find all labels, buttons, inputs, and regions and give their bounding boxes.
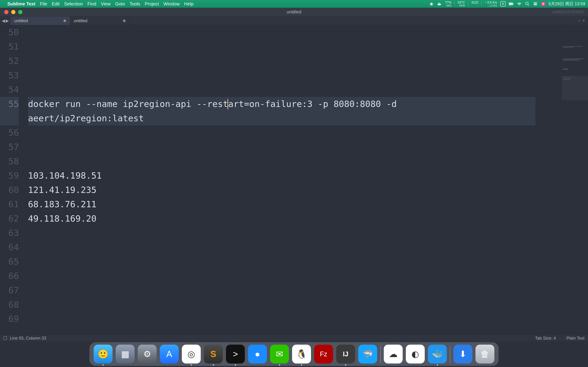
dock-app-wechat[interactable]: ✉ [270, 345, 289, 364]
app-menu[interactable]: Sublime Text [7, 1, 35, 7]
svg-rect-7 [534, 4, 537, 5]
dock-app-wireshark[interactable]: 🦈 [358, 345, 377, 364]
menu-find[interactable]: Find [87, 1, 96, 7]
line-number: 60 [0, 183, 19, 197]
svg-rect-1 [513, 3, 513, 5]
tab-2[interactable]: untitled [70, 17, 130, 25]
cpu-stat[interactable]: 77%SEN [445, 1, 451, 7]
cursor-position[interactable]: Line 55, Column 33 [10, 336, 46, 341]
battery-icon[interactable]: ⚡ [509, 1, 514, 6]
code-line[interactable] [28, 269, 536, 283]
code-line[interactable] [28, 283, 536, 297]
dock-app-system-preferences[interactable]: ⚙ [138, 345, 157, 364]
line-number: 54 [0, 83, 19, 97]
text-caret [227, 99, 228, 109]
wifi-icon[interactable] [517, 1, 522, 6]
svg-point-4 [526, 2, 528, 5]
panel-toggle-icon[interactable] [3, 336, 7, 340]
menu-file[interactable]: File [40, 1, 47, 7]
window-titlebar: untitled UNREGISTERED [0, 8, 588, 17]
dock-app-chrome[interactable]: ◎ [182, 345, 201, 364]
line-number: 67 [0, 283, 19, 297]
code-line[interactable] [28, 254, 536, 269]
fan-stat[interactable]: 3122 [471, 1, 478, 7]
menu-goto[interactable]: Goto [115, 1, 125, 7]
dock-app-terminal[interactable]: > [226, 345, 245, 364]
svg-line-5 [528, 4, 529, 6]
nav-back-icon[interactable]: ◀ [2, 18, 5, 23]
dock-app-sublime-text[interactable]: S [204, 345, 223, 364]
dock-app-app-store[interactable]: A [160, 345, 179, 364]
menu-help[interactable]: Help [184, 1, 194, 7]
code-line[interactable] [28, 240, 536, 254]
line-number: 59 [0, 168, 19, 183]
line-number: 51 [0, 40, 19, 54]
line-number: 58 [0, 154, 19, 168]
minimap[interactable] [562, 25, 588, 341]
code-line[interactable] [28, 83, 536, 97]
close-window-button[interactable] [4, 10, 9, 14]
menu-selection[interactable]: Selection [64, 1, 83, 7]
tab-1[interactable]: untitled [10, 17, 70, 25]
new-tab-icon[interactable]: + [578, 19, 580, 22]
net-stat[interactable]: ↑ 0.5 K/s↓ 1.0 K/s [485, 1, 497, 7]
dock-app-downloads[interactable]: ⬇ [453, 345, 472, 364]
menu-project[interactable]: Project [145, 1, 159, 7]
dock-app-1password[interactable]: ● [248, 345, 267, 364]
code-line[interactable] [28, 312, 536, 326]
code-content[interactable]: docker run --name ip2region-api --restar… [28, 25, 536, 326]
spotlight-icon[interactable] [525, 1, 530, 6]
nav-forward-icon[interactable]: ▶ [6, 18, 9, 23]
code-line[interactable] [28, 140, 536, 154]
code-line[interactable] [28, 297, 536, 312]
fullscreen-window-button[interactable] [18, 10, 22, 14]
dock-app-intellij[interactable]: IJ [336, 345, 355, 364]
menu-view[interactable]: View [101, 1, 111, 7]
input-source-icon[interactable]: A [500, 1, 506, 7]
nav-arrows: ◀ ▶ [0, 17, 10, 25]
code-line[interactable] [28, 68, 536, 83]
minimize-window-button[interactable] [11, 10, 15, 14]
code-line[interactable] [28, 25, 536, 40]
line-number: 66 [0, 269, 19, 283]
code-line[interactable] [28, 40, 536, 54]
code-line[interactable]: 103.104.198.51 [28, 168, 536, 183]
temp-stat[interactable]: 63°CRPM [458, 1, 465, 7]
menu-window[interactable]: Window [164, 1, 180, 7]
menu-edit[interactable]: Edit [52, 1, 60, 7]
tab-label: untitled [74, 18, 87, 23]
code-line[interactable]: 68.183.76.211 [28, 197, 536, 211]
tab-size-selector[interactable]: Tab Size: 4 [535, 336, 556, 341]
text-editor[interactable]: 5051525354555657585960616263646566676869… [0, 25, 562, 341]
clock[interactable]: 5月29日 周日 13:59 [549, 1, 585, 7]
line-number: 50 [0, 25, 19, 40]
tab-dropdown-icon[interactable]: ▼ [582, 19, 585, 22]
minimap-viewport[interactable] [562, 76, 588, 100]
dirty-indicator-icon [123, 20, 125, 22]
dock-app-trash[interactable]: 🗑 [476, 345, 494, 364]
dock-app-docker[interactable]: 🐳 [428, 345, 447, 364]
menu-tools[interactable]: Tools [130, 1, 140, 7]
code-line[interactable]: 49.118.169.20 [28, 211, 536, 226]
code-line[interactable] [28, 154, 536, 168]
code-line[interactable]: docker run --name ip2region-api --restar… [28, 97, 536, 125]
line-number: 61 [0, 197, 19, 211]
dock-app-finder[interactable]: 🙂 [94, 345, 112, 364]
syntax-selector[interactable]: Plain Text [566, 336, 585, 341]
running-indicator-icon [437, 364, 438, 366]
dock-app-filezilla[interactable]: Fz [314, 345, 333, 364]
siri-icon[interactable] [541, 1, 545, 6]
code-line[interactable] [28, 54, 536, 68]
code-line[interactable] [28, 125, 536, 140]
code-line[interactable] [28, 226, 536, 240]
control-center-icon[interactable] [533, 1, 538, 6]
docker-tray-icon[interactable] [437, 1, 442, 6]
dock-separator [450, 346, 450, 364]
record-icon[interactable]: ◉ [429, 1, 434, 6]
tab-label: untitled [14, 18, 28, 23]
dock-app-tencent-meeting[interactable]: ◐ [406, 345, 425, 364]
dock-app-qq[interactable]: 🐧 [292, 345, 311, 364]
dock-app-cloud-app[interactable]: ☁ [384, 345, 403, 364]
dock-app-launchpad[interactable]: ▦ [116, 345, 135, 364]
code-line[interactable]: 121.41.19.235 [28, 183, 536, 197]
